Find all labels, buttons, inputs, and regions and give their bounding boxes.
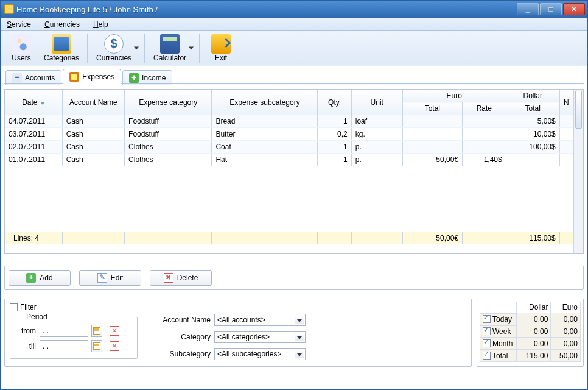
- filter-account-combo[interactable]: <All accounts>: [214, 314, 306, 326]
- grid-footer-row: Lines: 4 50,00€ 115,00$: [5, 232, 573, 245]
- toolbar-calculator-label: Calculator: [153, 54, 186, 62]
- col-unit[interactable]: Unit: [351, 90, 402, 115]
- calendar-button-till[interactable]: [91, 340, 102, 352]
- tab-expenses-label: Expenses: [82, 73, 114, 81]
- users-icon: [12, 34, 31, 54]
- toolbar-categories-button[interactable]: Categories: [40, 32, 83, 64]
- footer-dollar-total: 115,00$: [506, 232, 559, 245]
- toolbar-separator: [144, 34, 145, 63]
- tab-accounts[interactable]: Accounts: [5, 70, 61, 85]
- categories-icon: [52, 34, 71, 54]
- col-euro-group[interactable]: Euro: [402, 90, 506, 102]
- menubar: Service Currencies Help: [1, 18, 587, 31]
- toolbar-exit-label: Exit: [215, 54, 227, 62]
- summary-panel: Dollar Euro Today 0,00 0,00 Week 0,00: [477, 299, 584, 367]
- accounts-icon: [12, 73, 22, 83]
- table-row[interactable]: 02.07.2011 Cash Clothes Coat 1 p. 100,00…: [5, 141, 573, 154]
- table-empty-row: [5, 166, 573, 232]
- add-button-label: Add: [40, 274, 52, 282]
- exit-icon: [211, 34, 231, 54]
- app-icon: [4, 4, 14, 14]
- tab-income[interactable]: Income: [122, 70, 172, 85]
- table-row[interactable]: 01.07.2011 Cash Clothes Hat 1 p. 50,00€ …: [5, 154, 573, 166]
- close-button[interactable]: ✕: [563, 3, 585, 15]
- edit-button-label: Edit: [111, 274, 124, 282]
- delete-icon: [164, 273, 173, 283]
- window-buttons: _ □ ✕: [516, 3, 585, 15]
- tab-income-label: Income: [142, 74, 166, 82]
- col-dollar-group[interactable]: Dollar: [506, 90, 559, 102]
- summary-table: Dollar Euro Today 0,00 0,00 Week 0,00: [480, 302, 581, 362]
- col-euro-total[interactable]: Total: [402, 102, 462, 115]
- delete-button[interactable]: Delete: [150, 270, 212, 286]
- col-account-name[interactable]: Account Name: [62, 90, 124, 115]
- toolbar-calculator-button[interactable]: Calculator: [149, 32, 195, 64]
- col-qty[interactable]: Qty.: [318, 90, 351, 115]
- tab-expenses[interactable]: Expenses: [63, 69, 121, 85]
- toolbar-categories-label: Categories: [44, 54, 79, 62]
- vertical-scrollbar[interactable]: [573, 90, 583, 253]
- menu-service[interactable]: Service: [4, 19, 33, 30]
- calendar-button-from[interactable]: [91, 325, 102, 337]
- toolbar-currencies-label: Currencies: [96, 54, 131, 62]
- filter-checkbox-label: Filter: [20, 303, 37, 311]
- expenses-grid: Date Account Name Expense category Expen…: [4, 89, 584, 254]
- col-expense-subcategory[interactable]: Expense subcategory: [212, 90, 318, 115]
- titlebar: Home Bookkeeping Lite 5 / John Smith / _…: [1, 1, 587, 18]
- footer-lines: Lines: 4: [5, 232, 62, 245]
- filter-subcategory-combo[interactable]: <All subcategories>: [214, 348, 306, 360]
- summary-today-checkbox[interactable]: [483, 315, 491, 323]
- col-euro-rate[interactable]: Rate: [463, 102, 506, 115]
- expenses-icon: [69, 72, 79, 82]
- calculator-icon: [160, 34, 180, 54]
- menu-currencies[interactable]: Currencies: [42, 19, 82, 30]
- footer-euro-total: 50,00€: [402, 232, 462, 245]
- maximize-button[interactable]: □: [540, 3, 562, 15]
- edit-icon: [97, 273, 107, 283]
- toolbar-currencies-button[interactable]: Currencies: [92, 32, 141, 64]
- summary-row-week: Week 0,00 0,00: [480, 325, 581, 338]
- clear-date-till-button[interactable]: [110, 341, 119, 351]
- toolbar-users-button[interactable]: Users: [4, 32, 38, 64]
- table-row[interactable]: 03.07.2011 Cash Foodstuff Butter 0,2 kg.…: [5, 128, 573, 141]
- tab-accounts-label: Accounts: [25, 74, 55, 82]
- period-till-input[interactable]: . .: [40, 340, 88, 352]
- currencies-icon: [104, 34, 124, 54]
- summary-week-checkbox[interactable]: [483, 327, 491, 335]
- filter-account-label: Account Name: [144, 316, 211, 324]
- table-row[interactable]: 04.07.2011 Cash Foodstuff Bread 1 loaf 5…: [5, 115, 573, 128]
- filter-checkbox[interactable]: [10, 303, 18, 311]
- col-date[interactable]: Date: [5, 90, 62, 115]
- toolbar-exit-button[interactable]: Exit: [204, 32, 238, 64]
- filter-category-combo[interactable]: <All categories>: [214, 331, 306, 343]
- period-fieldset: Period from . . till . .: [10, 313, 138, 359]
- col-dollar-total[interactable]: Total: [506, 102, 559, 115]
- tab-row: Accounts Expenses Income: [4, 68, 584, 84]
- summary-month-checkbox[interactable]: [483, 339, 491, 347]
- col-n[interactable]: N: [559, 90, 573, 115]
- add-button[interactable]: Add: [9, 270, 71, 286]
- summary-row-total: Total 115,00 50,00: [480, 350, 581, 362]
- income-icon: [129, 73, 139, 83]
- period-from-input[interactable]: . .: [40, 325, 88, 337]
- col-expense-category[interactable]: Expense category: [125, 90, 212, 115]
- calendar-icon: [93, 327, 100, 335]
- filter-category-label: Category: [144, 333, 211, 341]
- toolbar-separator: [87, 34, 88, 63]
- toolbar-users-label: Users: [12, 54, 30, 62]
- clear-date-from-button[interactable]: [110, 326, 119, 336]
- summary-total-checkbox[interactable]: [483, 352, 491, 360]
- expenses-table[interactable]: Date Account Name Expense category Expen…: [5, 90, 573, 244]
- summary-row-today: Today 0,00 0,00: [480, 313, 581, 325]
- content-area: Accounts Expenses Income: [1, 65, 587, 389]
- bottom-region: Filter Period from . . till . .: [4, 299, 584, 367]
- period-legend: Period: [24, 313, 50, 321]
- menu-help[interactable]: Help: [91, 19, 111, 30]
- period-till-label: till: [15, 342, 36, 350]
- edit-button[interactable]: Edit: [79, 270, 141, 286]
- chevron-down-icon: [134, 46, 139, 49]
- app-window: Home Bookkeeping Lite 5 / John Smith / _…: [0, 0, 588, 390]
- delete-button-label: Delete: [177, 274, 198, 282]
- add-icon: [26, 273, 36, 283]
- minimize-button[interactable]: _: [517, 3, 539, 15]
